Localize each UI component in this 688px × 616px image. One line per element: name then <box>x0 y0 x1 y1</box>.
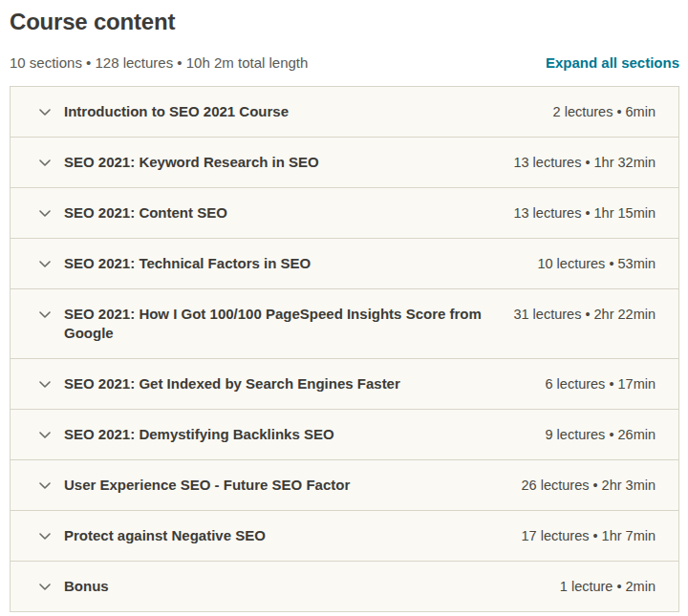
section-title: SEO 2021: Content SEO <box>64 203 513 223</box>
section-row-user-experience[interactable]: User Experience SEO - Future SEO Factor … <box>11 459 678 510</box>
section-row-introduction[interactable]: Introduction to SEO 2021 Course 2 lectur… <box>11 87 678 137</box>
section-title: User Experience SEO - Future SEO Factor <box>64 476 522 495</box>
section-row-bonus[interactable]: Bonus 1 lecture • 2min <box>11 561 678 611</box>
section-meta: 31 lectures • 2hr 22min <box>513 305 656 324</box>
section-meta: 2 lectures • 6min <box>553 102 656 121</box>
section-title: SEO 2021: Keyword Research in SEO <box>64 153 513 172</box>
chevron-down-icon <box>39 482 51 489</box>
section-meta: 10 lectures • 53min <box>537 254 656 273</box>
section-title: Introduction to SEO 2021 Course <box>64 102 553 121</box>
chevron-down-icon <box>39 109 51 116</box>
section-title: SEO 2021: Technical Factors in SEO <box>64 254 537 273</box>
course-stats: 10 sections • 128 lectures • 10h 2m tota… <box>10 53 308 73</box>
section-row-keyword-research[interactable]: SEO 2021: Keyword Research in SEO 13 lec… <box>11 137 678 187</box>
section-row-content-seo[interactable]: SEO 2021: Content SEO 13 lectures • 1hr … <box>11 187 678 238</box>
section-meta: 13 lectures • 1hr 15min <box>513 203 656 223</box>
chevron-down-icon <box>39 432 51 438</box>
section-row-technical-factors[interactable]: SEO 2021: Technical Factors in SEO 10 le… <box>11 238 678 288</box>
section-title: Protect against Negative SEO <box>64 526 522 545</box>
section-title: Bonus <box>64 577 560 596</box>
section-title: SEO 2021: Get Indexed by Search Engines … <box>64 374 546 393</box>
course-content-list: Introduction to SEO 2021 Course 2 lectur… <box>10 86 679 612</box>
chevron-down-icon <box>39 584 51 590</box>
section-meta: 26 lectures • 2hr 3min <box>522 476 656 495</box>
page-title: Course content <box>10 8 679 36</box>
chevron-down-icon <box>39 159 51 166</box>
section-row-pagespeed[interactable]: SEO 2021: How I Got 100/100 PageSpeed In… <box>11 288 678 358</box>
course-summary: 10 sections • 128 lectures • 10h 2m tota… <box>10 53 679 73</box>
course-content-panel: Course content 10 sections • 128 lecture… <box>0 0 688 612</box>
chevron-down-icon <box>39 381 51 388</box>
section-row-get-indexed[interactable]: SEO 2021: Get Indexed by Search Engines … <box>11 358 678 409</box>
section-meta: 1 lecture • 2min <box>560 577 656 596</box>
section-meta: 17 lectures • 1hr 7min <box>522 526 656 545</box>
section-title: SEO 2021: How I Got 100/100 PageSpeed In… <box>64 305 513 343</box>
chevron-down-icon <box>39 261 51 267</box>
chevron-down-icon <box>39 210 51 217</box>
chevron-down-icon <box>39 311 51 318</box>
section-title: SEO 2021: Demystifying Backlinks SEO <box>64 425 546 444</box>
section-meta: 9 lectures • 26min <box>546 425 656 444</box>
expand-all-sections-link[interactable]: Expand all sections <box>546 53 679 73</box>
section-row-backlinks[interactable]: SEO 2021: Demystifying Backlinks SEO 9 l… <box>11 409 678 459</box>
section-row-negative-seo[interactable]: Protect against Negative SEO 17 lectures… <box>11 510 678 561</box>
chevron-down-icon <box>39 533 51 540</box>
section-meta: 13 lectures • 1hr 32min <box>513 153 656 172</box>
section-meta: 6 lectures • 17min <box>546 374 656 393</box>
